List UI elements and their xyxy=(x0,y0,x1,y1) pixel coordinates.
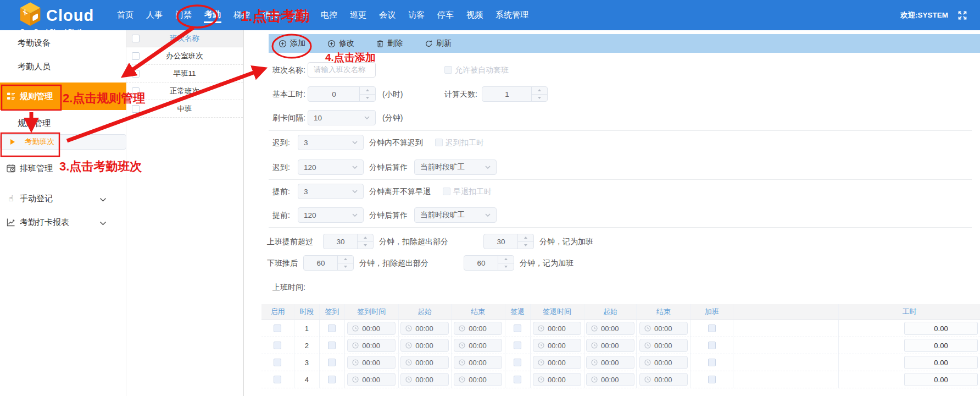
start-time-input[interactable]: 00:00 xyxy=(586,339,634,352)
checkout-time-input[interactable]: 00:00 xyxy=(533,322,581,335)
start-time-input[interactable]: 00:00 xyxy=(400,356,449,369)
stepper-down[interactable] xyxy=(360,95,375,102)
row-checkbox[interactable] xyxy=(132,52,140,60)
stepper-down[interactable] xyxy=(358,242,373,249)
checkout-time-input[interactable]: 00:00 xyxy=(533,356,581,369)
checkout-checkbox[interactable] xyxy=(514,324,521,332)
ot-before-stepper2[interactable]: 30 xyxy=(483,234,534,249)
ot-before-stepper[interactable]: 30 xyxy=(323,234,374,249)
nav-item-consume[interactable]: 消费 xyxy=(262,8,280,23)
nav-item-elevator[interactable]: 梯控 xyxy=(233,8,250,23)
overtime-checkbox[interactable] xyxy=(708,359,716,366)
calc-days-stepper[interactable]: 1 xyxy=(482,86,548,102)
checkout-time-input[interactable]: 00:00 xyxy=(533,339,581,352)
sidebar-item-rule-management[interactable]: 规则管理 xyxy=(0,82,126,110)
end-time-input[interactable]: 00:00 xyxy=(639,373,688,386)
stepper-up[interactable] xyxy=(532,87,547,95)
shift-list-item[interactable]: 中班 xyxy=(126,100,243,118)
select-all-checkbox[interactable] xyxy=(132,35,140,42)
checkout-checkbox[interactable] xyxy=(514,359,521,366)
stepper-up[interactable] xyxy=(338,256,353,263)
early-grace-select[interactable]: 3 xyxy=(298,184,364,199)
sidebar-item-attendance-persons[interactable]: 考勤人员 xyxy=(0,55,126,78)
start-time-input[interactable]: 00:00 xyxy=(400,322,449,335)
nav-item-home[interactable]: 首页 xyxy=(116,8,134,23)
enable-checkbox[interactable] xyxy=(274,376,281,383)
enable-checkbox[interactable] xyxy=(274,342,281,349)
enable-checkbox[interactable] xyxy=(274,324,281,332)
sidebar-subitem-attendance-shifts[interactable]: 考勤班次 xyxy=(0,134,126,150)
edit-button[interactable]: 修改 xyxy=(327,38,354,48)
early-absent-type-select[interactable]: 当前时段旷工 xyxy=(414,207,497,223)
stepper-up[interactable] xyxy=(498,256,514,263)
checkin-time-input[interactable]: 00:00 xyxy=(347,322,396,335)
row-checkbox[interactable] xyxy=(132,105,140,113)
nav-item-system[interactable]: 系统管理 xyxy=(495,8,529,23)
start-time-input[interactable]: 00:00 xyxy=(586,356,634,369)
nav-item-video[interactable]: 视频 xyxy=(466,8,483,23)
nav-item-patrol[interactable]: 巡更 xyxy=(349,8,367,23)
overtime-checkbox[interactable] xyxy=(708,376,716,383)
stepper-down[interactable] xyxy=(532,95,547,102)
checkin-time-input[interactable]: 00:00 xyxy=(347,339,396,352)
sidebar-item-attendance-devices[interactable]: 考勤设备 xyxy=(0,31,126,54)
nav-item-attendance[interactable]: 考勤 xyxy=(204,7,221,23)
ot-after-stepper[interactable]: 60 xyxy=(303,255,354,271)
stepper-up[interactable] xyxy=(360,87,375,95)
overtime-checkbox[interactable] xyxy=(708,342,716,349)
row-checkbox[interactable] xyxy=(132,87,140,95)
late-grace-select[interactable]: 3 xyxy=(298,135,364,150)
end-time-input[interactable]: 00:00 xyxy=(454,339,502,352)
checkout-checkbox[interactable] xyxy=(514,376,521,383)
nav-item-parking[interactable]: 停车 xyxy=(437,8,454,23)
sidebar-item-attendance-report[interactable]: 考勤打卡报表 xyxy=(0,211,126,234)
early-absent-select[interactable]: 120 xyxy=(298,207,364,223)
refresh-button[interactable]: 刷新 xyxy=(425,38,452,48)
end-time-input[interactable]: 00:00 xyxy=(639,339,688,352)
sidebar-item-shift-scheduling[interactable]: 排班管理 xyxy=(0,157,126,180)
sidebar-subitem-rule-management[interactable]: 规则管理 xyxy=(0,112,126,135)
end-time-input[interactable]: 00:00 xyxy=(454,373,502,386)
enable-checkbox[interactable] xyxy=(274,359,281,366)
chevron-down-icon[interactable] xyxy=(99,194,107,204)
shift-list-item[interactable]: 早班11 xyxy=(126,65,243,82)
fullscreen-icon[interactable] xyxy=(957,10,968,21)
base-hours-stepper[interactable]: 0 xyxy=(308,86,376,102)
nav-item-access[interactable]: 门禁 xyxy=(175,8,192,23)
row-checkbox[interactable] xyxy=(132,70,140,78)
sidebar-item-manual-register[interactable]: ☝ 手动登记 xyxy=(0,187,126,210)
end-time-input[interactable]: 00:00 xyxy=(454,356,502,369)
swipe-interval-select[interactable]: 10 xyxy=(308,110,376,125)
nav-item-meeting[interactable]: 会议 xyxy=(378,8,396,23)
stepper-up[interactable] xyxy=(518,234,533,242)
chevron-down-icon[interactable] xyxy=(99,218,107,227)
start-time-input[interactable]: 00:00 xyxy=(400,373,449,386)
stepper-up[interactable] xyxy=(358,234,373,242)
shift-name-input[interactable]: 请输入班次名称 xyxy=(308,62,376,78)
checkin-time-input[interactable]: 00:00 xyxy=(347,373,396,386)
stepper-down[interactable] xyxy=(518,242,533,249)
shift-list-item[interactable]: 办公室班次 xyxy=(126,47,243,65)
checkin-checkbox[interactable] xyxy=(328,359,336,366)
nav-item-water[interactable]: 水控 xyxy=(291,8,309,23)
checkout-time-input[interactable]: 00:00 xyxy=(533,373,581,386)
nav-item-hr[interactable]: 人事 xyxy=(146,8,163,23)
end-time-input[interactable]: 00:00 xyxy=(454,322,502,335)
stepper-down[interactable] xyxy=(498,263,514,271)
end-time-input[interactable]: 00:00 xyxy=(639,356,688,369)
ot-after-stepper2[interactable]: 60 xyxy=(464,255,514,271)
nav-item-electric[interactable]: 电控 xyxy=(320,8,338,23)
start-time-input[interactable]: 00:00 xyxy=(586,322,634,335)
end-time-input[interactable]: 00:00 xyxy=(639,322,688,335)
start-time-input[interactable]: 00:00 xyxy=(586,373,634,386)
nav-item-visitor[interactable]: 访客 xyxy=(408,8,425,23)
overtime-checkbox[interactable] xyxy=(708,324,716,332)
late-absent-type-select[interactable]: 当前时段旷工 xyxy=(414,160,497,175)
start-time-input[interactable]: 00:00 xyxy=(400,339,449,352)
checkin-checkbox[interactable] xyxy=(328,376,336,383)
checkin-time-input[interactable]: 00:00 xyxy=(347,356,396,369)
checkin-checkbox[interactable] xyxy=(328,342,336,349)
checkin-checkbox[interactable] xyxy=(328,324,336,332)
checkout-checkbox[interactable] xyxy=(514,342,521,349)
add-button[interactable]: 添加 xyxy=(279,38,305,48)
